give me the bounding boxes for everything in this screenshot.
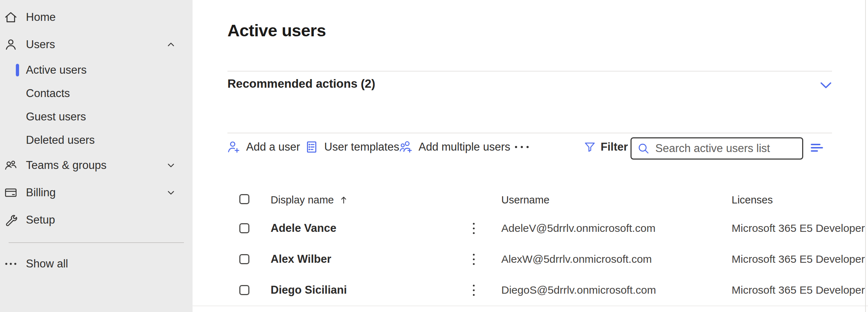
username-cell: AdeleV@5drrlv.onmicrosoft.com — [501, 222, 655, 234]
chevron-down-icon — [165, 187, 177, 198]
sidebar-item-teams-groups[interactable]: Teams & groups — [0, 152, 193, 179]
sort-ascending-arrow-icon — [338, 194, 349, 205]
user-templates-icon — [304, 139, 319, 155]
recommended-actions-heading[interactable]: Recommended actions (2) — [227, 77, 375, 91]
recommended-actions-expand-button[interactable] — [816, 75, 836, 95]
licenses-cell: Microsoft 365 E5 Developer (withou — [732, 253, 865, 265]
teams-groups-icon — [3, 157, 19, 173]
main-content: Active users Recommended actions (2) Add… — [193, 0, 868, 312]
chevron-up-icon — [165, 39, 177, 50]
column-header-label: Licenses — [732, 194, 773, 206]
sidebar-item-contacts[interactable]: Contacts — [0, 82, 193, 105]
section-divider — [227, 71, 832, 72]
table-header-row: Display name Username Licenses — [193, 187, 868, 214]
sidebar-item-home[interactable]: Home — [0, 4, 193, 31]
display-name-cell[interactable]: Adele Vance — [271, 222, 336, 235]
sidebar-item-guest-users[interactable]: Guest users — [0, 105, 193, 128]
toolbar-button-label: User templates — [324, 141, 399, 153]
add-user-icon — [226, 139, 241, 155]
section-divider — [227, 133, 832, 133]
sidebar-item-label: Active users — [26, 64, 87, 77]
ellipsis-icon — [3, 256, 19, 272]
sidebar-item-active-users[interactable]: Active users — [0, 58, 193, 82]
setup-wrench-icon — [3, 212, 19, 228]
sidebar-nav: Home Users Active users Contacts Guest u… — [0, 0, 193, 312]
table-row[interactable]: Alex Wilber AlexW@5drrlv.onmicrosoft.com… — [193, 244, 868, 275]
filter-funnel-icon — [583, 140, 597, 154]
sidebar-item-users[interactable]: Users — [0, 31, 193, 58]
column-header-username[interactable]: Username — [501, 194, 550, 206]
home-icon — [3, 9, 19, 25]
toolbar-button-label: Add a user — [246, 141, 300, 153]
sidebar-item-label: Deleted users — [26, 134, 95, 147]
column-header-label: Username — [501, 194, 550, 206]
search-icon — [637, 142, 650, 155]
sidebar-item-setup[interactable]: Setup — [0, 206, 193, 234]
sort-view-icon[interactable] — [811, 141, 831, 155]
username-cell: DiegoS@5drrlv.onmicrosoft.com — [501, 284, 656, 296]
row-more-actions-icon[interactable] — [466, 281, 481, 299]
display-name-cell[interactable]: Diego Siciliani — [271, 284, 347, 297]
sidebar-item-label: Billing — [26, 186, 56, 199]
column-header-label: Display name — [271, 194, 334, 206]
sidebar-item-deleted-users[interactable]: Deleted users — [0, 128, 193, 152]
sidebar-item-show-all[interactable]: Show all — [0, 250, 193, 277]
chevron-down-icon — [817, 76, 835, 95]
sidebar-divider — [9, 242, 184, 243]
page-title: Active users — [227, 20, 326, 40]
sidebar-item-label: Teams & groups — [26, 159, 107, 172]
add-multiple-users-button[interactable]: Add multiple users — [398, 135, 510, 159]
sidebar-item-label: Setup — [26, 214, 55, 226]
filter-label: Filter — [601, 141, 628, 153]
add-multiple-users-icon — [398, 139, 413, 155]
ellipsis-icon — [515, 146, 529, 148]
add-a-user-button[interactable]: Add a user — [226, 135, 300, 159]
row-more-actions-icon[interactable] — [466, 250, 481, 268]
column-header-licenses[interactable]: Licenses — [732, 194, 773, 206]
row-checkbox[interactable] — [239, 285, 249, 295]
sidebar-item-billing[interactable]: Billing — [0, 179, 193, 206]
username-cell: AlexW@5drrlv.onmicrosoft.com — [501, 253, 652, 265]
row-checkbox[interactable] — [239, 223, 249, 233]
row-checkbox[interactable] — [239, 254, 249, 264]
sidebar-item-label: Guest users — [26, 110, 86, 123]
filter-button[interactable]: Filter — [583, 135, 628, 159]
sidebar-item-label: Show all — [26, 257, 68, 270]
selected-indicator — [16, 64, 19, 76]
row-more-actions-icon[interactable] — [466, 219, 481, 237]
content-right-edge-divider — [865, 0, 866, 312]
sidebar-item-label: Contacts — [26, 87, 70, 100]
licenses-cell: Microsoft 365 E5 Developer (withou — [732, 222, 865, 234]
users-icon — [3, 37, 19, 52]
display-name-cell[interactable]: Alex Wilber — [271, 253, 331, 266]
billing-icon — [3, 185, 19, 201]
select-all-checkbox[interactable] — [239, 194, 249, 204]
sidebar-item-label: Users — [26, 38, 55, 51]
table-row[interactable]: Diego Siciliani DiegoS@5drrlv.onmicrosof… — [193, 275, 868, 306]
search-input[interactable] — [655, 142, 797, 155]
m365-admin-active-users-page: { "theme": { "accent": "#4f6bed", "sideb… — [0, 0, 868, 312]
licenses-cell: Microsoft 365 E5 Developer (withou — [732, 284, 865, 296]
toolbar-button-label: Add multiple users — [419, 141, 510, 153]
table-row[interactable]: Adele Vance AdeleV@5drrlv.onmicrosoft.co… — [193, 213, 868, 244]
user-templates-button[interactable]: User templates — [304, 135, 399, 159]
sidebar-item-label: Home — [26, 11, 56, 24]
more-actions-button[interactable] — [509, 135, 534, 159]
column-header-display-name[interactable]: Display name — [271, 194, 349, 206]
chevron-down-icon — [165, 160, 177, 171]
search-box — [630, 137, 803, 160]
